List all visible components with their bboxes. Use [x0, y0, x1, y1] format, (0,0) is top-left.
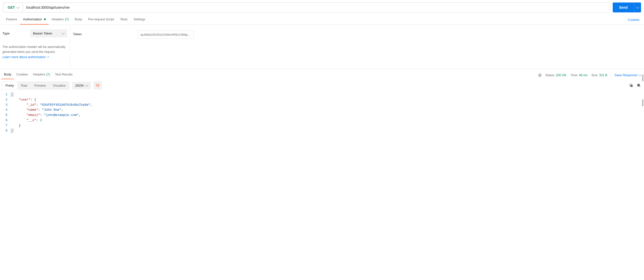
size-item: Size: 331 B: [591, 73, 607, 77]
view-tab-raw[interactable]: Raw: [18, 82, 31, 89]
tab-body[interactable]: Body: [72, 15, 85, 24]
tab-headers-count: (7): [65, 17, 69, 21]
token-input[interactable]: [138, 31, 194, 39]
wrap-icon: [96, 84, 100, 87]
tab-authorization[interactable]: Authorization: [20, 15, 49, 24]
resp-tab-cookies[interactable]: Cookies: [14, 71, 30, 79]
resp-tab-headers-label: Headers: [33, 72, 45, 76]
tool-icons: [629, 83, 641, 88]
save-response-label: Save Response: [614, 73, 637, 77]
wrap-lines-button[interactable]: [94, 81, 102, 90]
request-tabs: Params Authorization Headers (7) Body Pr…: [0, 15, 644, 25]
token-label: Token: [73, 31, 128, 36]
auth-left-panel: Type Bearer Token The authorization head…: [0, 25, 70, 69]
tab-pre-request[interactable]: Pre-request Script: [85, 15, 117, 24]
globe-icon[interactable]: [538, 73, 542, 77]
format-dropdown[interactable]: JSON: [72, 82, 91, 89]
method-select[interactable]: GET: [3, 3, 23, 12]
chevron-down-icon: [638, 73, 642, 76]
response-body-code[interactable]: 1{ 2 "user": { 3 "_id": "65df65f452d6fb3…: [0, 92, 644, 138]
view-tab-preview[interactable]: Preview: [31, 82, 49, 89]
auth-type-row: Type Bearer Token: [2, 29, 67, 37]
tab-headers-label: Headers: [52, 17, 64, 21]
search-icon[interactable]: [637, 83, 641, 88]
auth-type-label: Type: [2, 31, 10, 35]
request-bar: GET Send: [0, 0, 644, 15]
chevron-down-icon: [636, 5, 639, 9]
auth-type-value: Bearer Token: [33, 31, 52, 35]
auth-description: The authorization header will be automat…: [2, 44, 67, 54]
method-label: GET: [8, 5, 15, 9]
send-dropdown[interactable]: [634, 2, 641, 12]
chevron-down-icon: [85, 83, 88, 87]
chevron-down-icon: [16, 5, 20, 9]
status-group: Status: 200 OK Time: 46 ms Size: 331 B: [545, 73, 607, 77]
learn-more-label: Learn more about authorization: [2, 55, 46, 59]
view-tab-visualize[interactable]: Visualize: [49, 82, 69, 89]
tab-tests[interactable]: Tests: [117, 15, 130, 24]
tab-authorization-label: Authorization: [23, 17, 42, 21]
resp-tab-body[interactable]: Body: [2, 71, 14, 79]
resp-tab-headers-count: (7): [46, 72, 50, 76]
save-response-button[interactable]: Save Response: [614, 73, 641, 77]
url-input[interactable]: [23, 3, 610, 12]
svg-rect-1: [630, 85, 633, 87]
svg-point-3: [637, 84, 640, 86]
resp-tab-headers[interactable]: Headers (7): [30, 71, 53, 79]
auth-type-dropdown[interactable]: Bearer Token: [30, 29, 67, 37]
view-mode-tabs: Pretty Raw Preview Visualize: [2, 81, 70, 90]
divider: [611, 72, 611, 78]
resp-tab-test-results[interactable]: Test Results: [52, 71, 75, 79]
external-link-icon: ↗: [47, 56, 49, 59]
view-tab-pretty[interactable]: Pretty: [2, 82, 18, 89]
scrollbar-thumb[interactable]: [642, 99, 644, 106]
authorization-panel: Type Bearer Token The authorization head…: [0, 25, 644, 69]
copy-icon[interactable]: [629, 83, 633, 88]
send-button[interactable]: Send: [613, 2, 634, 12]
auth-right-panel: Token: [70, 25, 197, 69]
send-button-group: Send: [613, 2, 641, 12]
response-tabs: Body Cookies Headers (7) Test Results St…: [0, 69, 644, 79]
cookies-link[interactable]: Cookies: [626, 15, 641, 24]
response-toolbar: Pretty Raw Preview Visualize JSON: [0, 79, 644, 92]
tab-settings[interactable]: Settings: [130, 15, 148, 24]
tab-params[interactable]: Params: [3, 15, 20, 24]
url-group: GET: [3, 2, 610, 12]
format-label: JSON: [75, 84, 84, 87]
tab-headers[interactable]: Headers (7): [49, 15, 72, 24]
modified-dot-icon: [44, 18, 46, 20]
scrollbar-thumb[interactable]: [642, 74, 644, 81]
time-item: Time: 46 ms: [570, 73, 587, 77]
status-item: Status: 200 OK: [545, 73, 566, 77]
chevron-down-icon: [62, 31, 65, 34]
learn-more-link[interactable]: Learn more about authorization ↗: [2, 55, 49, 59]
